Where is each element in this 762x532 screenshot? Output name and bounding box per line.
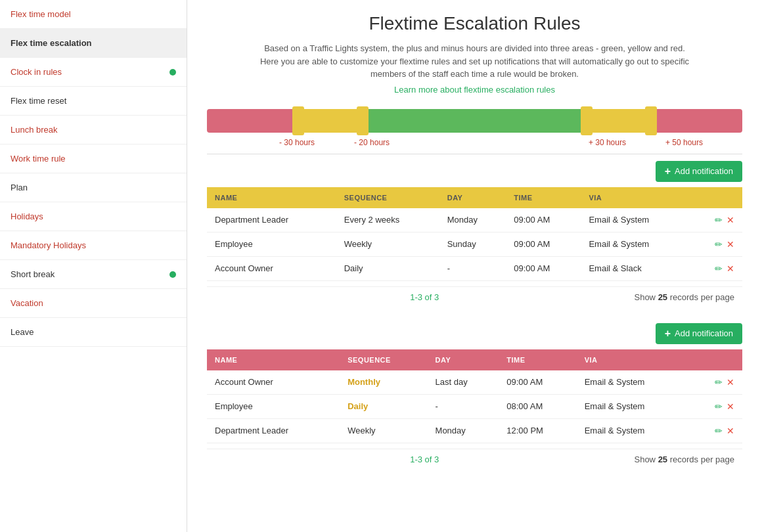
delete-icon[interactable]: ✕ xyxy=(727,215,734,225)
add-notification-red-button[interactable]: + Add notification xyxy=(656,323,742,344)
page-description: Based on a Traffic Lights system, the pl… xyxy=(258,42,692,81)
red-table-header: NAME SEQUENCE DAY TIME VIA xyxy=(207,349,742,370)
plus-icon-red: + xyxy=(665,328,671,340)
bar-yellow-left xyxy=(304,109,357,133)
yellow-actions-1: ✏ ✕ xyxy=(691,232,742,256)
red-sequence-0: Monthly xyxy=(340,370,427,395)
red-per-page-value: 25 xyxy=(658,454,667,464)
col-sequence-red: SEQUENCE xyxy=(340,349,427,370)
bar-green xyxy=(369,109,581,133)
handle-neg-green[interactable] xyxy=(357,106,369,135)
yellow-day-2: - xyxy=(439,256,506,280)
sidebar-item-mandatory-holidays[interactable]: Mandatory Holidays xyxy=(0,231,187,260)
page-title: Flextime Escalation Rules xyxy=(207,13,742,34)
red-table-row: Account Owner Monthly Last day 09:00 AM … xyxy=(207,370,742,395)
delete-icon[interactable]: ✕ xyxy=(727,263,734,274)
yellow-table: NAME SEQUENCE DAY TIME VIA Department Le… xyxy=(207,187,742,281)
red-section: + Add notification NAME SEQUENCE DAY TIM… xyxy=(207,323,742,470)
sidebar-item-label-work-time-rule: Work time rule xyxy=(11,154,66,164)
yellow-time-1: 09:00 AM xyxy=(506,232,581,256)
sidebar-item-label-clock-in-rules: Clock in rules xyxy=(11,67,62,77)
dot-icon-clock-in-rules xyxy=(169,69,176,76)
yellow-sequence-2: Daily xyxy=(336,256,439,280)
sidebar-item-vacation[interactable]: Vacation xyxy=(0,289,187,318)
handle-pos50[interactable] xyxy=(645,106,657,135)
sidebar-item-clock-in-rules[interactable]: Clock in rules xyxy=(0,58,187,87)
sidebar-item-label-short-break: Short break xyxy=(11,269,55,279)
red-name-2: Department Leader xyxy=(207,418,340,443)
bar-red-left xyxy=(207,109,292,133)
yellow-table-row: Account Owner Daily - 09:00 AM Email & S… xyxy=(207,256,742,280)
handle-pos-green[interactable] xyxy=(581,106,593,135)
edit-icon[interactable]: ✏ xyxy=(715,263,723,274)
edit-icon[interactable]: ✏ xyxy=(715,239,723,250)
red-day-1: - xyxy=(428,394,499,418)
sidebar-item-lunch-break[interactable]: Lunch break xyxy=(0,116,187,144)
yellow-time-0: 09:00 AM xyxy=(506,208,581,233)
sidebar-item-label-plan: Plan xyxy=(11,183,28,192)
col-actions-red xyxy=(690,349,742,370)
yellow-actions-0: ✏ ✕ xyxy=(691,208,742,233)
delete-icon[interactable]: ✕ xyxy=(727,401,734,412)
yellow-table-row: Department Leader Every 2 weeks Monday 0… xyxy=(207,208,742,233)
sidebar-item-holidays[interactable]: Holidays xyxy=(0,202,187,231)
traffic-bar xyxy=(207,108,742,134)
yellow-via-0: Email & System xyxy=(581,208,690,233)
label-neg30: - 30 hours xyxy=(279,138,315,147)
add-notification-yellow-button[interactable]: + Add notification xyxy=(656,161,742,182)
col-time-yellow: TIME xyxy=(506,187,581,208)
yellow-name-2: Account Owner xyxy=(207,256,336,280)
red-actions-0: ✏ ✕ xyxy=(690,370,742,395)
yellow-section: + Add notification NAME SEQUENCE DAY TIM… xyxy=(207,161,742,307)
red-actions-1: ✏ ✕ xyxy=(690,394,742,418)
bar-yellow-right xyxy=(593,109,645,133)
sidebar-item-leave[interactable]: Leave xyxy=(0,318,187,347)
sidebar-item-plan[interactable]: Plan xyxy=(0,173,187,202)
red-via-2: Email & System xyxy=(577,418,690,443)
yellow-name-0: Department Leader xyxy=(207,208,336,233)
sidebar-item-flex-time-escalation[interactable]: Flex time escalation xyxy=(0,29,187,58)
delete-icon[interactable]: ✕ xyxy=(727,426,734,436)
sidebar-item-short-break[interactable]: Short break xyxy=(0,260,187,289)
sidebar-item-label-flex-time-reset: Flex time reset xyxy=(11,96,66,106)
sidebar-item-label-flex-time-escalation: Flex time escalation xyxy=(11,38,92,48)
red-table: NAME SEQUENCE DAY TIME VIA Account Owner… xyxy=(207,349,742,443)
edit-icon[interactable]: ✏ xyxy=(715,215,723,225)
yellow-table-header: NAME SEQUENCE DAY TIME VIA xyxy=(207,187,742,208)
handle-neg20[interactable] xyxy=(292,106,304,135)
col-day-red: DAY xyxy=(428,349,499,370)
yellow-per-page-value: 25 xyxy=(658,292,667,302)
red-table-row: Department Leader Weekly Monday 12:00 PM… xyxy=(207,418,742,443)
yellow-pagination-row: 1-3 of 3 Show 25 records per page xyxy=(207,286,742,307)
add-notification-red-label: Add notification xyxy=(675,328,733,338)
learn-more-link[interactable]: Learn more about flextime escalation rul… xyxy=(394,85,555,95)
red-day-0: Last day xyxy=(428,370,499,395)
yellow-via-1: Email & System xyxy=(581,232,690,256)
yellow-day-0: Monday xyxy=(439,208,506,233)
red-via-0: Email & System xyxy=(577,370,690,395)
red-day-2: Monday xyxy=(428,418,499,443)
red-pagination-row: 1-3 of 3 Show 25 records per page xyxy=(207,449,742,470)
col-day-yellow: DAY xyxy=(439,187,506,208)
sidebar-item-flex-time-reset[interactable]: Flex time reset xyxy=(0,87,187,116)
delete-icon[interactable]: ✕ xyxy=(727,239,734,250)
bar-labels: - 30 hours - 20 hours + 30 hours + 50 ho… xyxy=(207,138,742,147)
sidebar-item-label-vacation: Vacation xyxy=(11,298,43,308)
edit-icon[interactable]: ✏ xyxy=(715,401,723,412)
sidebar-item-label-flex-time-model: Flex time model xyxy=(11,9,71,19)
red-name-0: Account Owner xyxy=(207,370,340,395)
yellow-pagination: 1-3 of 3 xyxy=(215,292,634,302)
yellow-sequence-1: Weekly xyxy=(336,232,439,256)
bar-red-right xyxy=(657,109,742,133)
edit-icon[interactable]: ✏ xyxy=(715,426,723,436)
edit-icon[interactable]: ✏ xyxy=(715,377,723,388)
col-name-red: NAME xyxy=(207,349,340,370)
delete-icon[interactable]: ✕ xyxy=(727,377,734,388)
sidebar: Flex time modelFlex time escalationClock… xyxy=(0,0,187,532)
red-time-1: 08:00 AM xyxy=(499,394,576,418)
sidebar-item-label-mandatory-holidays: Mandatory Holidays xyxy=(11,240,86,250)
sidebar-item-work-time-rule[interactable]: Work time rule xyxy=(0,144,187,173)
red-sequence-2: Weekly xyxy=(340,418,427,443)
col-time-red: TIME xyxy=(499,349,576,370)
sidebar-item-flex-time-model[interactable]: Flex time model xyxy=(0,0,187,29)
